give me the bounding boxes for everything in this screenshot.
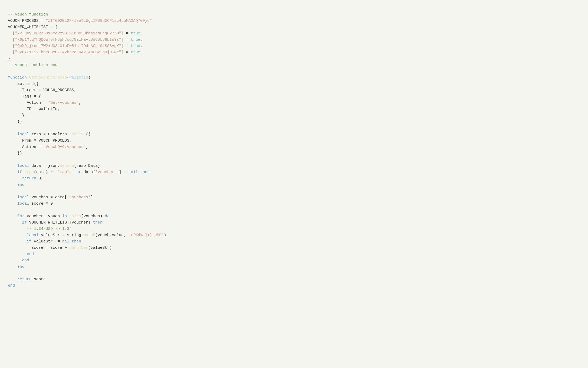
plain-token: , — [86, 145, 88, 149]
plain-token: = — [124, 44, 131, 48]
func-token: tonumber — [69, 246, 88, 250]
code-line: local score = 0 — [8, 201, 580, 207]
plain-token — [8, 265, 17, 269]
plain-token — [8, 252, 27, 256]
func-token: send — [24, 82, 34, 86]
plain-token: , — [79, 101, 81, 105]
keyword-token: do — [105, 214, 109, 219]
plain-token: , — [140, 50, 143, 55]
code-line: Tags = { — [8, 94, 580, 100]
func-token: receive — [69, 132, 86, 137]
func-token: GetVouchScoreUsd — [29, 75, 67, 80]
value-true-token: true — [131, 31, 140, 36]
plain-token: Target = VOUCH_PROCESS, — [8, 88, 76, 92]
plain-token: VOUCH_PROCESS = — [8, 19, 46, 23]
code-line — [8, 207, 580, 213]
plain-token: data[ — [81, 170, 95, 174]
plain-token: }) — [8, 151, 22, 156]
plain-token: ) — [88, 75, 91, 80]
keyword-token: local — [17, 201, 29, 206]
code-line: end — [8, 182, 580, 188]
keyword-token: end — [17, 183, 24, 187]
keyword-token: nil — [131, 170, 138, 174]
value-true-token: true — [131, 50, 140, 55]
plain-token: } — [8, 113, 24, 118]
keyword-token: local — [17, 195, 29, 200]
plain-token: } — [8, 56, 10, 61]
plain-token — [8, 195, 17, 200]
keyword-token: return — [22, 176, 36, 181]
func-token: match — [83, 233, 95, 237]
code-line — [8, 188, 580, 194]
plain-token — [22, 170, 24, 174]
plain-token — [8, 233, 27, 237]
plain-token: Action = — [8, 145, 43, 149]
string-token: "VouchDAO.Vouches" — [43, 145, 86, 149]
plain-token: (valueStr) — [88, 246, 112, 250]
plain-token: (vouch.Value, — [95, 233, 128, 237]
code-line: ID = walletId, — [8, 106, 580, 112]
keyword-token: in — [62, 214, 67, 219]
plain-token — [8, 50, 13, 55]
code-line — [8, 270, 580, 276]
keyword-token: then — [72, 239, 81, 244]
code-line: VOUCH_PROCESS = "ZTT002BL2P-lseTLUgiIPD9… — [8, 18, 580, 24]
string-token: "Get-Vouches" — [48, 101, 79, 105]
plain-token: }) — [8, 120, 22, 124]
code-line: ["QeXDjjxcui7W2xU08zOlnFwB1biID4sACpi0tS… — [8, 43, 580, 49]
comment-token: -- vouch function — [8, 12, 48, 17]
keyword-token: for — [17, 214, 24, 219]
plain-token: , — [140, 44, 143, 48]
plain-token: , — [140, 38, 143, 42]
plain-token — [8, 44, 13, 48]
var-token: walletId — [69, 75, 88, 80]
plain-token: resp = Handlers. — [29, 132, 69, 137]
code-line: score = score + tonumber(valueStr) — [8, 245, 580, 251]
plain-token: Action = — [8, 101, 48, 105]
code-line: Target = VOUCH_PROCESS, — [8, 87, 580, 94]
keyword-token: or — [76, 170, 81, 174]
string-token: 'Vouchers' — [67, 195, 91, 200]
code-line: local data = json.decode(resp.Data) — [8, 163, 580, 169]
code-line: ["3y0YE11i21hpP8UY0Z1AVhtPoJD4V_AbEBx-g0… — [8, 49, 580, 56]
code-editor: -- vouch functionVOUCH_PROCESS = "ZTT002… — [8, 5, 580, 289]
plain-token: voucher, vouch — [24, 214, 62, 219]
keyword-token: nil — [62, 239, 69, 244]
plain-token — [8, 164, 17, 168]
code-line: if type(data) ~= 'table' or data['Vouche… — [8, 169, 580, 175]
code-line: Action = "Get-Vouches", — [8, 100, 580, 106]
plain-token — [8, 132, 17, 137]
code-line: ["k6p1MtqYhQQOuTSfN8gH7sQ78zlHavt8dCDL88… — [8, 37, 580, 43]
code-line: -- 1.34-USD -> 1.34 — [8, 226, 580, 232]
code-line: } — [8, 112, 580, 119]
plain-token — [8, 227, 27, 231]
plain-token: data = json. — [29, 164, 60, 168]
code-line: -- vouch function end — [8, 62, 580, 68]
plain-token: Tags = { — [8, 94, 41, 99]
code-line — [8, 157, 580, 163]
keyword-token: then — [140, 170, 150, 174]
plain-token: , — [140, 31, 143, 36]
plain-token: (vouches) — [81, 214, 105, 219]
code-line — [8, 68, 580, 75]
plain-token — [8, 183, 17, 187]
code-line: if VOUCHER_WHITELIST[voucher] then — [8, 220, 580, 226]
string-token: 'table' — [57, 170, 74, 174]
keyword-token: then — [93, 220, 102, 225]
code-line: return score — [8, 276, 580, 283]
plain-token — [8, 277, 17, 282]
plain-token: ao. — [8, 82, 24, 86]
plain-token: (resp.Data) — [74, 164, 100, 168]
plain-token: = — [124, 38, 131, 42]
plain-token — [8, 239, 27, 244]
string-token: ["Ax_uXyLQBPZSQ15movzv9-O1mDo30khs1qN64q… — [13, 31, 124, 36]
code-line: local resp = Handlers.receive({ — [8, 131, 580, 138]
keyword-token: end — [17, 265, 24, 269]
plain-token — [138, 170, 140, 174]
code-line: local vouches = data['Vouchers'] — [8, 194, 580, 201]
plain-token — [74, 170, 76, 174]
code-line: end — [8, 283, 580, 289]
keyword-token: local — [17, 164, 29, 168]
plain-token: score = 0 — [29, 201, 53, 206]
keyword-token: if — [27, 239, 32, 244]
